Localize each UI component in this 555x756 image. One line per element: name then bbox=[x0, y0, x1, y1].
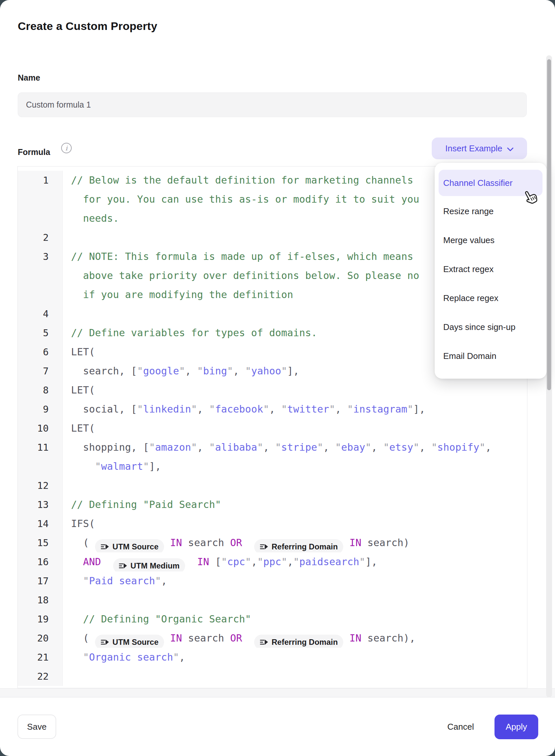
code-text: ( UTM Source IN search OR Referring Doma… bbox=[63, 533, 527, 552]
code-text: // Defining "Organic Search" bbox=[63, 609, 527, 629]
code-text bbox=[63, 476, 527, 495]
code-line: 8LET( bbox=[18, 381, 527, 400]
save-button[interactable]: Save bbox=[17, 715, 56, 739]
line-number bbox=[18, 209, 63, 228]
insert-example-label: Insert Example bbox=[445, 144, 502, 154]
menu-item-extract-regex[interactable]: Extract regex bbox=[435, 254, 547, 284]
line-number: 9 bbox=[18, 400, 63, 419]
name-label: Name bbox=[18, 73, 40, 83]
apply-button[interactable]: Apply bbox=[495, 715, 538, 739]
code-line: 22 bbox=[18, 667, 527, 686]
line-number: 22 bbox=[18, 667, 63, 686]
formula-label: Formula bbox=[18, 147, 50, 157]
menu-item-email-domain[interactable]: Email Domain bbox=[435, 342, 547, 370]
line-number: 2 bbox=[18, 228, 63, 247]
line-number: 7 bbox=[18, 362, 63, 381]
variable-icon bbox=[100, 639, 109, 646]
line-number: 1 bbox=[18, 171, 63, 190]
line-number: 5 bbox=[18, 323, 63, 343]
code-text: ( UTM Source IN search OR Referring Doma… bbox=[63, 629, 527, 648]
scrollbar-thumb[interactable] bbox=[547, 59, 551, 390]
create-custom-property-modal: Create a Custom Property Name Formula i … bbox=[0, 0, 555, 756]
code-text: "walmart"], bbox=[63, 457, 527, 476]
code-line: 17 "Paid search", bbox=[18, 571, 527, 591]
menu-item-merge-values[interactable]: Merge values bbox=[435, 226, 547, 254]
line-number: 4 bbox=[18, 304, 63, 323]
code-line: 11 shopping, ["amazon", "alibaba", "stri… bbox=[18, 438, 527, 457]
variable-icon bbox=[260, 639, 268, 646]
chevron-down-icon bbox=[507, 144, 514, 154]
line-number: 8 bbox=[18, 381, 63, 400]
menu-item-replace-regex[interactable]: Replace regex bbox=[435, 284, 547, 313]
code-text bbox=[63, 591, 527, 609]
code-text: AND UTM Medium IN ["cpc","ppc","paidsear… bbox=[63, 552, 527, 571]
chip-label: Referring Domain bbox=[271, 537, 338, 552]
chip-label: Referring Domain bbox=[271, 633, 338, 648]
code-line: 14IFS( bbox=[18, 514, 527, 533]
property-chip-referring-domain[interactable]: Referring Domain bbox=[254, 635, 343, 648]
cursor-icon bbox=[523, 189, 539, 206]
line-number bbox=[18, 285, 63, 304]
variable-icon bbox=[119, 562, 127, 569]
code-text: "Organic search", bbox=[63, 648, 527, 667]
line-number: 6 bbox=[18, 343, 63, 362]
line-number: 17 bbox=[18, 571, 63, 591]
code-line: 19 // Defining "Organic Search" bbox=[18, 609, 527, 629]
line-number: 19 bbox=[18, 609, 63, 629]
code-text: "Paid search", bbox=[63, 571, 527, 591]
variable-icon bbox=[100, 543, 109, 550]
code-line: 9 social, ["linkedin", "facebook", "twit… bbox=[18, 400, 527, 419]
code-text: social, ["linkedin", "facebook", "twitte… bbox=[63, 400, 527, 419]
info-icon[interactable]: i bbox=[61, 143, 72, 153]
code-line: 10LET( bbox=[18, 419, 527, 438]
property-chip-referring-domain[interactable]: Referring Domain bbox=[254, 539, 343, 552]
chip-label: UTM Medium bbox=[131, 556, 179, 571]
line-number: 16 bbox=[18, 552, 63, 571]
line-number: 20 bbox=[18, 629, 63, 648]
page-title: Create a Custom Property bbox=[18, 20, 157, 33]
line-number: 12 bbox=[18, 476, 63, 495]
chip-label: UTM Source bbox=[113, 633, 159, 648]
line-number: 10 bbox=[18, 419, 63, 438]
property-chip-utm-source[interactable]: UTM Source bbox=[95, 539, 164, 552]
code-line: 16 AND UTM Medium IN ["cpc","ppc","paids… bbox=[18, 552, 527, 571]
line-number: 14 bbox=[18, 514, 63, 533]
insert-example-button[interactable]: Insert Example bbox=[432, 137, 527, 159]
code-line: 20 ( UTM Source IN search OR Referring D… bbox=[18, 629, 527, 648]
code-text bbox=[63, 667, 527, 686]
line-number: 15 bbox=[18, 533, 63, 552]
variable-icon bbox=[260, 543, 268, 550]
cancel-button[interactable]: Cancel bbox=[436, 715, 485, 739]
code-line: 18 bbox=[18, 591, 527, 609]
menu-item-days-since-sign-up[interactable]: Days since sign-up bbox=[435, 313, 547, 342]
code-text: // Defining "Paid Search" bbox=[63, 495, 527, 514]
code-text: shopping, ["amazon", "alibaba", "stripe"… bbox=[63, 438, 527, 457]
chip-label: UTM Source bbox=[113, 537, 159, 552]
code-line: 15 ( UTM Source IN search OR Referring D… bbox=[18, 533, 527, 552]
code-text: IFS( bbox=[63, 514, 527, 533]
line-number: 18 bbox=[18, 591, 63, 609]
code-line: 12 bbox=[18, 476, 527, 495]
code-text: LET( bbox=[63, 381, 527, 400]
line-number: 21 bbox=[18, 648, 63, 667]
property-chip-utm-source[interactable]: UTM Source bbox=[95, 635, 164, 648]
code-line: "walmart"], bbox=[18, 457, 527, 476]
code-text: LET( bbox=[63, 419, 527, 438]
footer-divider bbox=[0, 688, 555, 698]
code-line: 21 "Organic search", bbox=[18, 648, 527, 667]
property-chip-utm-medium[interactable]: UTM Medium bbox=[113, 558, 185, 571]
line-number: 3 bbox=[18, 247, 63, 266]
line-number bbox=[18, 266, 63, 285]
line-number: 13 bbox=[18, 495, 63, 514]
line-number bbox=[18, 457, 63, 476]
line-number: 11 bbox=[18, 438, 63, 457]
code-line: 13// Defining "Paid Search" bbox=[18, 495, 527, 514]
name-input[interactable] bbox=[18, 92, 527, 117]
line-number bbox=[18, 190, 63, 209]
